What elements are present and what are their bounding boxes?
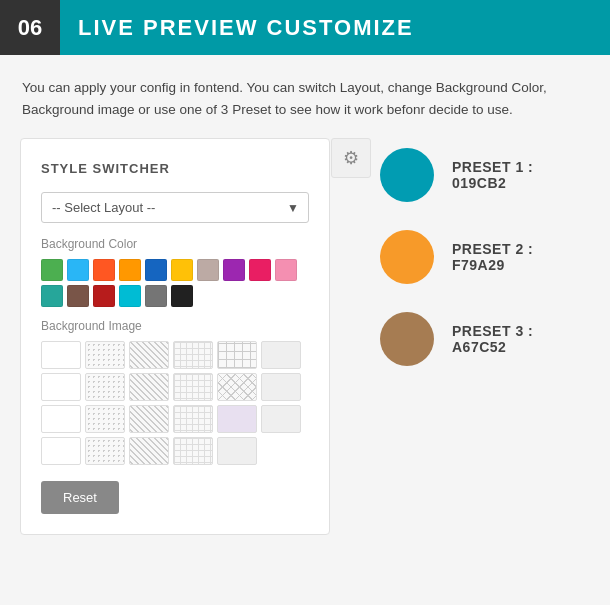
bg-color-label: Background Color — [41, 237, 309, 251]
image-thumb[interactable] — [129, 437, 169, 465]
image-thumb[interactable] — [173, 405, 213, 433]
image-thumb[interactable] — [41, 405, 81, 433]
layout-dropdown-wrapper: -- Select Layout -- ▼ — [41, 192, 309, 223]
bg-image-label: Background Image — [41, 319, 309, 333]
gear-icon: ⚙ — [343, 147, 359, 169]
image-thumb[interactable] — [217, 373, 257, 401]
image-thumb[interactable] — [173, 437, 213, 465]
color-swatch[interactable] — [145, 285, 167, 307]
image-thumb[interactable] — [41, 341, 81, 369]
image-thumb[interactable] — [85, 437, 125, 465]
preset-item-3[interactable]: PRESET 3 : A67C52 — [380, 312, 590, 366]
image-thumb[interactable] — [173, 373, 213, 401]
color-swatch[interactable] — [171, 259, 193, 281]
color-swatch[interactable] — [119, 285, 141, 307]
style-switcher-panel: ⚙ STYLE SWITCHER -- Select Layout -- ▼ B… — [20, 138, 330, 535]
image-thumb[interactable] — [85, 373, 125, 401]
image-thumb[interactable] — [217, 341, 257, 369]
color-swatch[interactable] — [275, 259, 297, 281]
color-swatch[interactable] — [145, 259, 167, 281]
step-number: 06 — [0, 0, 60, 55]
color-swatch[interactable] — [41, 285, 63, 307]
image-thumb[interactable] — [129, 341, 169, 369]
preset-item-2[interactable]: PRESET 2 : F79A29 — [380, 230, 590, 284]
preset-1-circle — [380, 148, 434, 202]
color-swatch[interactable] — [171, 285, 193, 307]
page-header: 06 LIVE PREVIEW CUSTOMIZE — [0, 0, 610, 55]
image-thumb[interactable] — [217, 437, 257, 465]
color-swatch[interactable] — [197, 259, 219, 281]
preset-2-circle — [380, 230, 434, 284]
image-thumb[interactable] — [261, 405, 301, 433]
image-thumb[interactable] — [129, 405, 169, 433]
color-swatch[interactable] — [93, 285, 115, 307]
preset-3-circle — [380, 312, 434, 366]
page-description: You can apply your config in fontend. Yo… — [0, 55, 610, 138]
color-swatch[interactable] — [93, 259, 115, 281]
reset-button[interactable]: Reset — [41, 481, 119, 514]
image-thumb[interactable] — [85, 405, 125, 433]
preset-2-label: PRESET 2 : F79A29 — [452, 241, 590, 273]
color-swatch[interactable] — [223, 259, 245, 281]
image-thumb[interactable] — [217, 405, 257, 433]
color-swatch[interactable] — [249, 259, 271, 281]
image-thumb[interactable] — [261, 373, 301, 401]
content-area: ⚙ STYLE SWITCHER -- Select Layout -- ▼ B… — [0, 138, 610, 555]
image-thumb[interactable] — [129, 373, 169, 401]
preset-1-label: PRESET 1 : 019CB2 — [452, 159, 590, 191]
layout-dropdown[interactable]: -- Select Layout -- — [41, 192, 309, 223]
style-switcher-title: STYLE SWITCHER — [41, 161, 309, 176]
page-title: LIVE PREVIEW CUSTOMIZE — [60, 0, 414, 55]
color-swatch[interactable] — [67, 285, 89, 307]
color-swatch[interactable] — [67, 259, 89, 281]
color-grid — [41, 259, 309, 307]
image-thumb[interactable] — [261, 341, 301, 369]
image-grid — [41, 341, 309, 465]
presets-area: PRESET 1 : 019CB2 PRESET 2 : F79A29 PRES… — [330, 138, 590, 535]
preset-3-label: PRESET 3 : A67C52 — [452, 323, 590, 355]
preset-item-1[interactable]: PRESET 1 : 019CB2 — [380, 148, 590, 202]
image-thumb[interactable] — [173, 341, 213, 369]
color-swatch[interactable] — [119, 259, 141, 281]
image-thumb[interactable] — [41, 437, 81, 465]
gear-button[interactable]: ⚙ — [331, 138, 371, 178]
image-thumb[interactable] — [85, 341, 125, 369]
color-swatch[interactable] — [41, 259, 63, 281]
image-thumb[interactable] — [41, 373, 81, 401]
